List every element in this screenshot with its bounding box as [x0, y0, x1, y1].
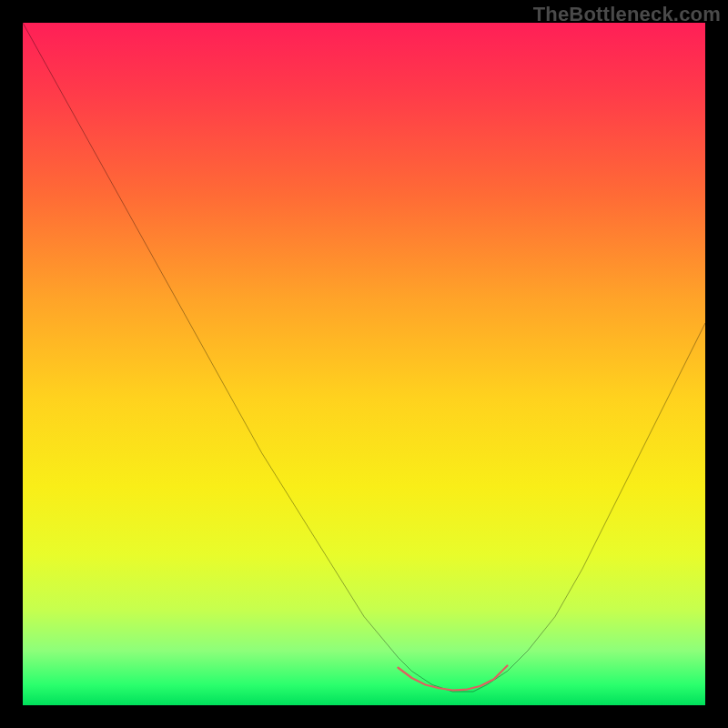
main-curve [23, 23, 705, 692]
highlight-band [399, 666, 508, 691]
chart-stage: TheBottleneck.com [0, 0, 728, 728]
plot-area [23, 23, 705, 705]
curve-layer [23, 23, 705, 705]
watermark-text: TheBottleneck.com [533, 3, 721, 26]
